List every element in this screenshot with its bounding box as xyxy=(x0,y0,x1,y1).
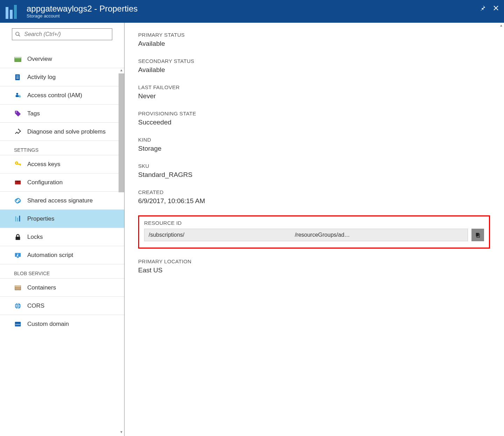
sidebar-item-label: Containers xyxy=(27,284,56,291)
svg-point-15 xyxy=(16,162,17,164)
prop-primary-location: PRIMARY LOCATION East US xyxy=(138,258,490,274)
svg-point-7 xyxy=(16,93,18,95)
prop-label: PRIMARY LOCATION xyxy=(138,258,490,264)
prop-sku: SKU Standard_RAGRS xyxy=(138,163,490,179)
search-icon xyxy=(15,31,21,37)
sidebar-item-configuration[interactable]: Configuration xyxy=(0,173,124,192)
prop-value: Available xyxy=(138,66,490,74)
prop-provisioning-state: PROVISIONING STATE Succeeded xyxy=(138,110,490,126)
copy-icon xyxy=(475,232,481,238)
activity-log-icon xyxy=(14,73,22,81)
search-field[interactable] xyxy=(24,31,109,37)
sidebar-item-label: CORS xyxy=(27,302,44,309)
sidebar-item-sas[interactable]: Shared access signature xyxy=(0,192,124,210)
prop-value: Succeeded xyxy=(138,119,490,126)
sidebar-item-label: Configuration xyxy=(27,179,63,186)
prop-label: CREATED xyxy=(138,189,490,195)
overview-icon xyxy=(14,55,22,63)
prop-label: SECONDARY STATUS xyxy=(138,58,490,64)
sidebar-item-custom-domain[interactable]: www Custom domain xyxy=(0,315,124,333)
content-pane: PRIMARY STATUS Available SECONDARY STATU… xyxy=(124,23,504,436)
sidebar-scrollbar[interactable]: ▲ xyxy=(119,68,124,192)
configuration-icon xyxy=(14,179,22,186)
svg-rect-6 xyxy=(16,78,19,78)
svg-rect-22 xyxy=(17,217,18,221)
svg-point-13 xyxy=(20,130,21,131)
prop-created: CREATED 6/9/2017, 10:06:15 AM xyxy=(138,189,490,205)
diagnose-icon xyxy=(14,128,22,136)
sidebar-item-access-control[interactable]: Access control (IAM) xyxy=(0,86,124,105)
sidebar-item-diagnose[interactable]: Diagnose and solve problems xyxy=(0,123,124,141)
prop-value: East US xyxy=(138,266,490,274)
svg-rect-20 xyxy=(17,181,19,182)
pin-icon[interactable] xyxy=(480,5,486,11)
prop-label: SKU xyxy=(138,163,490,169)
svg-rect-10 xyxy=(19,96,21,97)
prop-label: PRIMARY STATUS xyxy=(138,32,490,38)
prop-label: PROVISIONING STATE xyxy=(138,110,490,116)
sidebar-item-label: Activity log xyxy=(27,74,56,81)
nav-top-group: Overview Activity log Access control (IA… xyxy=(0,50,124,141)
svg-rect-28 xyxy=(15,285,21,286)
svg-rect-21 xyxy=(15,216,16,221)
svg-rect-5 xyxy=(16,77,19,77)
storage-account-icon xyxy=(6,4,20,19)
sidebar-item-cors[interactable]: CORS xyxy=(0,297,124,315)
svg-rect-8 xyxy=(16,95,19,97)
svg-rect-2 xyxy=(15,57,21,58)
sidebar-item-label: Automation script xyxy=(27,252,73,259)
sidebar-item-containers[interactable]: Containers xyxy=(0,279,124,297)
prop-last-failover: LAST FAILOVER Never xyxy=(138,84,490,100)
blade-header: appgatewaylogs2 - Properties Storage acc… xyxy=(0,0,504,23)
sidebar-item-label: Diagnose and solve problems xyxy=(27,128,106,135)
blade-title: appgatewaylogs2 - Properties xyxy=(27,4,138,13)
svg-rect-23 xyxy=(19,215,20,221)
svg-point-11 xyxy=(16,112,17,113)
sidebar-item-automation[interactable]: Automation script xyxy=(0,246,124,264)
sidebar-item-locks[interactable]: Locks xyxy=(0,228,124,246)
prop-value: Storage xyxy=(138,145,490,152)
prop-kind: KIND Storage xyxy=(138,137,490,152)
svg-text:www: www xyxy=(15,323,20,326)
svg-rect-4 xyxy=(16,76,19,76)
tags-icon xyxy=(14,110,22,117)
sidebar-item-tags[interactable]: Tags xyxy=(0,105,124,123)
sidebar-item-access-keys[interactable]: Access keys xyxy=(0,155,124,173)
key-icon xyxy=(14,160,22,168)
search-input[interactable] xyxy=(12,28,112,40)
scroll-up-arrow-icon[interactable]: ▲ xyxy=(499,23,503,28)
prop-value: 6/9/2017, 10:06:15 AM xyxy=(138,197,490,205)
prop-secondary-status: SECONDARY STATUS Available xyxy=(138,58,490,74)
access-control-icon xyxy=(14,92,22,99)
scroll-down-arrow-icon[interactable]: ▼ xyxy=(119,430,124,434)
sidebar-item-properties[interactable]: Properties xyxy=(0,210,124,228)
scroll-up-arrow-icon[interactable]: ▲ xyxy=(120,68,123,72)
sidebar-item-label: Locks xyxy=(27,234,43,241)
close-icon[interactable] xyxy=(493,5,499,11)
sas-icon xyxy=(14,197,22,205)
sidebar-item-label: Access control (IAM) xyxy=(27,92,82,99)
prop-value: Standard_RAGRS xyxy=(138,171,490,179)
cors-icon xyxy=(14,302,22,310)
sidebar-item-overview[interactable]: Overview xyxy=(0,50,124,68)
scrollbar-thumb[interactable] xyxy=(119,73,124,192)
resource-id-highlight: RESOURCE ID xyxy=(138,215,490,249)
lock-icon xyxy=(14,233,22,241)
content-scrollbar[interactable]: ▲ xyxy=(498,23,504,436)
copy-button[interactable] xyxy=(471,229,484,241)
prop-label: RESOURCE ID xyxy=(144,220,484,226)
prop-value: Never xyxy=(138,92,490,100)
sidebar-item-label: Access keys xyxy=(27,161,60,168)
svg-rect-17 xyxy=(20,164,21,166)
svg-point-0 xyxy=(16,32,19,35)
nav-section-settings-title: SETTINGS xyxy=(0,141,124,155)
nav-settings-group: Access keys Configuration Shared access … xyxy=(0,155,124,264)
prop-value: Available xyxy=(138,40,490,48)
blade-subtitle: Storage account xyxy=(27,13,138,19)
svg-rect-24 xyxy=(16,237,20,240)
resource-id-input[interactable] xyxy=(144,229,468,241)
sidebar-item-activity-log[interactable]: Activity log xyxy=(0,68,124,86)
sidebar-item-label: Shared access signature xyxy=(27,197,93,204)
automation-icon xyxy=(14,251,22,259)
nav-blob-group: Containers CORS www Custom domain xyxy=(0,279,124,333)
